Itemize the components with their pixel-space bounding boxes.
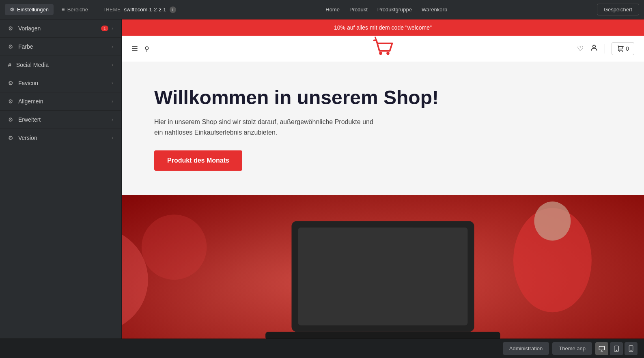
- administration-button[interactable]: Administration: [503, 342, 549, 355]
- theme-anp-label: Theme anp: [559, 345, 586, 352]
- main-layout: Vorlagen 1 › Farbe › Social Media › Favi…: [0, 19, 644, 339]
- vorlagen-badge: 1: [101, 26, 108, 31]
- hero-cta-label: Produkt des Monats: [167, 157, 229, 164]
- svg-point-15: [616, 350, 616, 350]
- sidebar-item-favicon[interactable]: Favicon ›: [0, 74, 121, 92]
- desktop-icon[interactable]: [595, 342, 608, 355]
- theme-name: swiftecom-1-2-2-1: [124, 6, 166, 13]
- sidebar-item-erweitert[interactable]: Erweitert ›: [0, 111, 121, 129]
- bereiche-button[interactable]: ≡ Bereiche: [57, 4, 93, 15]
- wishlist-icon[interactable]: ♡: [577, 44, 584, 53]
- search-icon[interactable]: ⚲: [144, 45, 149, 53]
- sidebar-item-version[interactable]: Version ›: [0, 129, 121, 147]
- chevron-version: ›: [112, 135, 113, 141]
- promo-banner: 10% auf alles mit dem code "welcome": [122, 19, 644, 36]
- top-bar: ⚙ Einstellungen ≡ Bereiche THEME swiftec…: [0, 0, 644, 19]
- tablet-icon[interactable]: [610, 342, 623, 355]
- sidebar: Vorlagen 1 › Farbe › Social Media › Favi…: [0, 19, 122, 339]
- sidebar-label-allgemein: Allgemein: [18, 98, 112, 105]
- gear-icon-allgemein: [8, 98, 13, 105]
- gear-icon: ⚙: [10, 6, 15, 13]
- promo-text: 10% auf alles mit dem code "welcome": [334, 24, 432, 31]
- chevron-favicon: ›: [112, 80, 113, 86]
- bereiche-label: Bereiche: [67, 6, 88, 13]
- sidebar-label-vorlagen: Vorlagen: [18, 25, 101, 32]
- hero-title: Willkommen in unserem Shop!: [154, 86, 612, 109]
- divider: [605, 44, 605, 54]
- chevron-erweitert: ›: [112, 117, 113, 122]
- saved-button[interactable]: Gespeichert: [597, 4, 639, 15]
- administration-label: Administration: [509, 345, 543, 352]
- cart-count: 0: [626, 45, 629, 52]
- top-bar-nav: Home Produkt Produktgruppe Warenkorb: [325, 6, 447, 13]
- theme-anp-button[interactable]: Theme anp: [552, 342, 592, 355]
- hero-section: Willkommen in unserem Shop! Hier in unse…: [122, 62, 644, 195]
- chevron-vorlagen: ›: [112, 26, 113, 31]
- gear-icon-vorlagen: [8, 25, 13, 32]
- cart-button[interactable]: 0: [612, 42, 634, 55]
- saved-label: Gespeichert: [604, 6, 632, 13]
- sidebar-label-favicon: Favicon: [18, 80, 112, 86]
- sidebar-label-social-media: Social Media: [16, 62, 112, 68]
- svg-point-10: [534, 202, 571, 240]
- red-section: [122, 195, 644, 339]
- bottom-bar: Administration Theme anp: [0, 339, 644, 358]
- preview-area: 10% auf alles mit dem code "welcome" ☰ ⚲…: [122, 19, 644, 339]
- nav-produkt[interactable]: Produkt: [349, 6, 368, 13]
- shop-logo: [371, 36, 395, 60]
- top-bar-left: ⚙ Einstellungen ≡ Bereiche: [5, 4, 93, 15]
- sidebar-label-version: Version: [18, 135, 112, 141]
- svg-point-2: [593, 45, 596, 48]
- svg-rect-13: [599, 346, 604, 350]
- gear-icon-favicon: [8, 80, 13, 86]
- user-icon[interactable]: [590, 44, 598, 54]
- shop-logo-container: [371, 36, 395, 62]
- nav-home[interactable]: Home: [325, 6, 340, 13]
- sidebar-item-vorlagen[interactable]: Vorlagen 1 ›: [0, 19, 121, 38]
- svg-rect-7: [298, 228, 468, 326]
- hash-icon-social-media: [8, 62, 11, 68]
- device-icons: [595, 342, 638, 355]
- shop-header-right: ♡ 0: [577, 42, 634, 55]
- gear-icon-erweitert: [8, 116, 13, 123]
- hamburger-icon[interactable]: ☰: [131, 44, 138, 53]
- svg-point-4: [142, 215, 207, 280]
- shop-header: ☰ ⚲ ♡: [122, 36, 644, 62]
- sidebar-item-social-media[interactable]: Social Media ›: [0, 56, 121, 74]
- list-icon: ≡: [62, 6, 65, 13]
- gear-icon-version: [8, 135, 13, 141]
- gear-icon-farbe: [8, 43, 13, 50]
- einstellungen-label: Einstellungen: [17, 6, 49, 13]
- mobile-icon[interactable]: [625, 342, 638, 355]
- sidebar-item-allgemein[interactable]: Allgemein ›: [0, 92, 121, 111]
- nav-produktgruppe[interactable]: Produktgruppe: [377, 6, 412, 13]
- cart-icon: [617, 45, 624, 52]
- sidebar-label-farbe: Farbe: [18, 43, 112, 50]
- info-icon[interactable]: i: [170, 6, 176, 13]
- chevron-allgemein: ›: [112, 99, 113, 104]
- svg-point-0: [379, 52, 382, 55]
- theme-label: THEME: [103, 7, 121, 13]
- nav-warenkorb[interactable]: Warenkorb: [422, 6, 447, 13]
- chevron-farbe: ›: [112, 44, 113, 49]
- hero-image-decoration: [122, 195, 644, 339]
- theme-area: THEME swiftecom-1-2-2-1 i: [103, 6, 176, 13]
- chevron-social-media: ›: [112, 62, 113, 68]
- sidebar-label-erweitert: Erweitert: [18, 116, 112, 123]
- svg-rect-8: [265, 332, 500, 339]
- svg-point-1: [386, 52, 390, 55]
- einstellungen-button[interactable]: ⚙ Einstellungen: [5, 4, 54, 15]
- hero-cta-button[interactable]: Produkt des Monats: [154, 150, 242, 171]
- hero-description: Hier in unserem Shop sind wir stolz dara…: [154, 117, 381, 137]
- svg-point-17: [631, 350, 631, 351]
- sidebar-item-farbe[interactable]: Farbe ›: [0, 38, 121, 56]
